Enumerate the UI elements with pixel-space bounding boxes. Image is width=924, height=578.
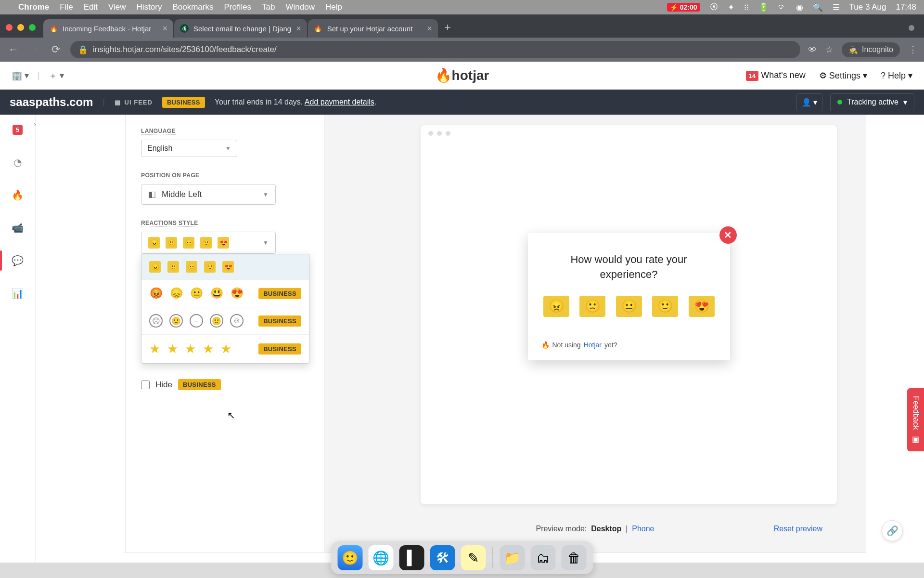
settings-button[interactable]: ⚙ Settings ▾	[819, 70, 867, 81]
tab-hotjar-setup[interactable]: 🔥 Set up your Hotjar account ×	[308, 19, 438, 38]
language-select[interactable]: English ▼	[141, 140, 237, 157]
close-tab-icon[interactable]: ×	[296, 24, 301, 34]
dock-terminal[interactable]: ▌	[399, 545, 424, 570]
new-tab-button[interactable]: +	[445, 21, 451, 34]
whats-new-button[interactable]: 14 What's new	[746, 70, 806, 80]
back-button[interactable]: ←	[7, 43, 20, 56]
hide-checkbox[interactable]	[141, 381, 150, 389]
reactions-select[interactable]: 😠 🙁 😐 🙂 😍 ▼ 😠 🙁 😐 🙂 😍	[141, 232, 276, 254]
close-tab-icon[interactable]: ×	[427, 24, 432, 34]
feedback-side-tab[interactable]: Feedback ▣	[907, 388, 924, 451]
dock-folder[interactable]: 📁	[500, 545, 525, 570]
site-name[interactable]: saaspaths.com	[10, 95, 93, 109]
menu-bookmarks[interactable]: Bookmarks	[172, 2, 213, 12]
menubar-time[interactable]: 17:48	[896, 2, 916, 12]
dock-notes[interactable]: ✎	[461, 545, 486, 570]
tab-hotjar-feedback[interactable]: 🔥 Incoming Feedback - Hotjar ×	[43, 19, 173, 38]
rail-item-feedback[interactable]: 💬	[10, 252, 26, 269]
lock-icon[interactable]: 🔒	[78, 45, 88, 55]
reactions-label: REACTIONS STYLE	[141, 220, 198, 227]
position-icon: ◧	[148, 189, 156, 199]
preview-mode-bar: Preview mode: Desktop | Phone Reset prev…	[324, 525, 866, 533]
status-icon-3[interactable]: ⁝⁝	[744, 2, 749, 13]
dock-xcode[interactable]: 🛠	[430, 545, 455, 570]
tab-overflow-icon[interactable]	[909, 25, 914, 31]
rail-item-trends[interactable]: 🔥	[10, 187, 26, 203]
bookmark-star-icon[interactable]: ☆	[825, 44, 833, 55]
whats-new-count: 14	[746, 71, 758, 81]
address-field[interactable]: 🔒 insights.hotjar.com/sites/2536100/feed…	[70, 41, 800, 58]
emoji-love-icon: ☺	[230, 314, 244, 328]
reactions-selected: 😠 🙁 😐 🙂 😍	[148, 237, 229, 249]
search-icon[interactable]: 🔍	[813, 2, 823, 13]
menu-view[interactable]: View	[108, 2, 126, 12]
rating-sad[interactable]: 🙁	[579, 296, 605, 317]
reactions-dropdown: 😠 🙁 😐 🙂 😍 😡 😞 😐 😃 😍 BUSINESS	[141, 254, 309, 364]
menu-profiles[interactable]: Profiles	[224, 2, 251, 12]
add-payment-link[interactable]: Add payment details	[305, 98, 374, 106]
menu-file[interactable]: File	[60, 2, 73, 12]
hotjar-favicon: 🔥	[49, 24, 58, 33]
user-menu-button[interactable]: 👤 ▾	[796, 93, 822, 111]
control-center-icon[interactable]: ☰	[833, 2, 840, 13]
close-modal-button[interactable]: ✕	[719, 226, 737, 244]
expand-rail-icon[interactable]: ›	[34, 120, 36, 128]
dock-chrome[interactable]: 🌐	[369, 545, 394, 570]
menu-window[interactable]: Window	[286, 2, 315, 12]
rating-love[interactable]: 😍	[689, 296, 715, 317]
menu-edit[interactable]: Edit	[84, 2, 98, 12]
reactions-option-color[interactable]: 😡 😞 😐 😃 😍 BUSINESS	[141, 280, 309, 307]
help-button[interactable]: ? Help ▾	[881, 70, 912, 81]
close-tab-icon[interactable]: ×	[162, 24, 167, 34]
close-window-button[interactable]	[6, 24, 13, 31]
tracking-status-button[interactable]: Tracking active ▾	[830, 93, 914, 111]
reset-preview-link[interactable]: Reset preview	[774, 525, 822, 533]
status-icon-power[interactable]: 🔋	[758, 2, 769, 13]
rating-happy[interactable]: 🙂	[652, 296, 678, 317]
status-icon-1[interactable]: ⦿	[710, 2, 718, 12]
emoji-neutral-icon: –	[190, 314, 203, 328]
reactions-option-square[interactable]: 😠 🙁 😐 🙂 😍	[141, 254, 309, 280]
reload-button[interactable]: ⟳	[49, 43, 63, 56]
menu-history[interactable]: History	[136, 2, 162, 12]
chrome-address-bar: ← → ⟳ 🔒 insights.hotjar.com/sites/253610…	[0, 38, 924, 62]
dock-finder[interactable]: 🙂	[338, 545, 363, 570]
hotjar-logo[interactable]: 🔥hotjar	[435, 67, 489, 83]
preview-mode-desktop[interactable]: Desktop	[591, 525, 621, 533]
tab-django[interactable]: dj Select email to change | Djang ×	[174, 19, 307, 38]
rating-neutral[interactable]: 😐	[616, 296, 642, 317]
org-switcher-icon[interactable]: 🏢 ▾	[12, 70, 29, 81]
feedback-modal: ✕ How would you rate your experience? 😠 …	[528, 233, 730, 360]
reactions-option-stars[interactable]: ★ ★ ★ ★ ★ BUSINESS	[141, 335, 309, 363]
hotjar-link[interactable]: Hotjar	[584, 341, 602, 349]
rating-angry[interactable]: 😠	[543, 296, 569, 317]
rail-item-recordings[interactable]: 📹	[10, 220, 26, 236]
status-icon-2[interactable]: ✦	[728, 2, 734, 13]
incognito-badge[interactable]: 🕵 Incognito	[842, 42, 900, 57]
menubar-date[interactable]: Tue 3 Aug	[849, 2, 886, 12]
status-icon-5[interactable]: ◉	[796, 2, 803, 13]
rail-item-notifications[interactable]: 5	[10, 121, 26, 138]
reactions-option-outline[interactable]: ☹ 🙁 – 🙂 ☺ BUSINESS	[141, 307, 309, 335]
dock-downloads[interactable]: 🗂	[531, 545, 556, 570]
wifi-icon[interactable]: ᯤ	[778, 2, 786, 12]
battery-indicator[interactable]: ⚡02:00	[667, 3, 700, 12]
rail-item-overview[interactable]: ◔	[10, 154, 26, 171]
dock-trash[interactable]: 🗑	[562, 545, 587, 570]
menu-tab[interactable]: Tab	[262, 2, 275, 12]
chrome-menu-icon[interactable]: ⋮	[909, 44, 917, 55]
copy-link-button[interactable]: 🔗	[882, 520, 903, 541]
preview-mode-phone[interactable]: Phone	[632, 525, 654, 533]
rail-item-analytics[interactable]: 📊	[10, 285, 26, 302]
emoji-neutral-icon: 😐	[183, 237, 194, 249]
position-select[interactable]: ◧ Middle Left ▼	[141, 184, 276, 205]
menu-app[interactable]: Chrome	[18, 2, 49, 12]
business-badge: BUSINESS	[178, 379, 221, 390]
add-new-icon[interactable]: ＋ ▾	[49, 70, 64, 81]
menu-help[interactable]: Help	[325, 2, 342, 12]
url-text: insights.hotjar.com/sites/2536100/feedba…	[93, 45, 277, 54]
maximize-window-button[interactable]	[29, 24, 36, 31]
eye-off-icon[interactable]: 👁	[808, 45, 817, 55]
feedback-tab-icon: ▣	[911, 434, 920, 444]
minimize-window-button[interactable]	[17, 24, 24, 31]
